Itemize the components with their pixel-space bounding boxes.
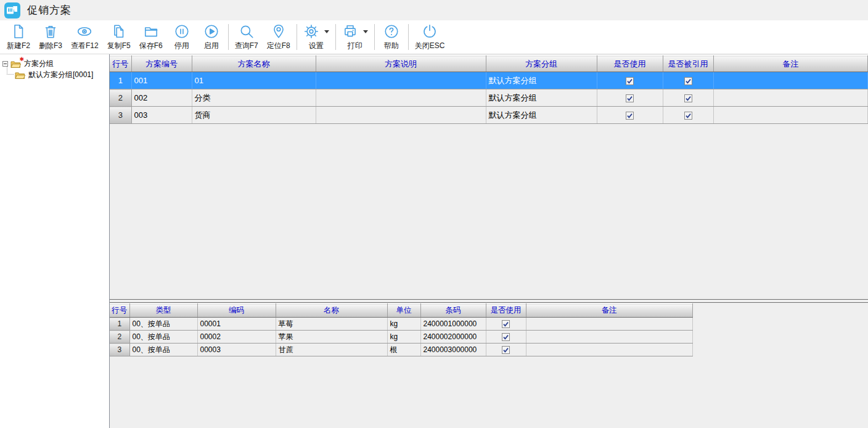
column-header[interactable]: 类型	[129, 304, 197, 318]
unit-cell[interactable]: 根	[387, 344, 420, 356]
tree-node-default-group[interactable]: 默认方案分组[0001]	[0, 70, 109, 80]
column-header[interactable]: 方案名称	[192, 56, 316, 72]
table-row[interactable]: 200、按单品00002苹果kg2400002000000	[110, 331, 693, 344]
table-row[interactable]: 3003货商默认方案分组	[110, 107, 868, 124]
column-header[interactable]: 名称	[276, 304, 387, 318]
locate-button[interactable]: 定位F8	[263, 20, 295, 54]
plan-name-cell[interactable]: 货商	[192, 107, 316, 124]
column-header[interactable]: 方案说明	[316, 56, 486, 72]
row-no-cell[interactable]: 1	[110, 72, 131, 89]
checkbox-checked-icon[interactable]	[626, 94, 634, 102]
in-use-checkbox-cell[interactable]	[486, 344, 526, 356]
in-use-checkbox-cell[interactable]	[486, 331, 526, 344]
plan-desc-cell[interactable]	[316, 72, 486, 89]
query-button[interactable]: 查询F7	[231, 20, 263, 54]
column-header[interactable]: 方案编号	[131, 56, 192, 72]
barcode-cell[interactable]: 2400002000000	[420, 331, 486, 344]
plan-no-cell[interactable]: 002	[131, 89, 192, 107]
remark-cell[interactable]	[713, 89, 868, 107]
name-cell[interactable]: 草莓	[276, 318, 387, 331]
plan-name-cell[interactable]: 01	[192, 72, 316, 89]
remark-cell[interactable]	[526, 331, 693, 344]
in-use-checkbox-cell[interactable]	[486, 318, 526, 331]
row-no-cell[interactable]: 2	[110, 331, 129, 344]
referenced-checkbox-cell[interactable]	[663, 89, 713, 107]
column-header[interactable]: 行号	[110, 304, 129, 318]
column-header[interactable]: 备注	[713, 56, 868, 72]
plan-desc-cell[interactable]	[316, 89, 486, 107]
enable-button[interactable]: 启用	[197, 20, 226, 54]
referenced-checkbox-cell[interactable]	[663, 72, 713, 89]
code-cell[interactable]: 00003	[197, 344, 276, 356]
in-use-checkbox-cell[interactable]	[597, 89, 663, 107]
unit-cell[interactable]: kg	[387, 318, 420, 331]
checkbox-checked-icon[interactable]	[502, 333, 510, 341]
column-header[interactable]: 是否使用	[597, 56, 663, 72]
close-button[interactable]: 关闭ESC	[411, 20, 449, 54]
name-cell[interactable]: 甘蔗	[276, 344, 387, 356]
unit-cell[interactable]: kg	[387, 331, 420, 344]
print-button[interactable]: 打印	[338, 20, 372, 54]
type-cell[interactable]: 00、按单品	[129, 318, 197, 331]
column-header[interactable]: 编码	[197, 304, 276, 318]
plan-name-cell[interactable]: 分类	[192, 89, 316, 107]
plan-no-cell[interactable]: 003	[131, 107, 192, 124]
remark-cell[interactable]	[713, 72, 868, 89]
code-cell[interactable]: 00002	[197, 331, 276, 344]
save-button[interactable]: 保存F6	[135, 20, 167, 54]
column-header[interactable]: 备注	[526, 304, 693, 318]
row-no-cell[interactable]: 3	[110, 107, 131, 124]
remark-cell[interactable]	[526, 344, 693, 356]
settings-button[interactable]: 设置	[299, 20, 334, 54]
plan-desc-cell[interactable]	[316, 107, 486, 124]
checkbox-checked-icon[interactable]	[626, 77, 634, 85]
remark-cell[interactable]	[713, 107, 868, 124]
toolbar: 新建F2 删除F3 查看F12 复制F5	[0, 20, 868, 54]
power-icon	[422, 23, 438, 39]
column-header[interactable]: 是否被引用	[663, 56, 713, 72]
checkbox-checked-icon[interactable]	[626, 112, 634, 120]
table-row[interactable]: 100、按单品00001草莓kg2400001000000	[110, 318, 693, 331]
column-header[interactable]: 条码	[420, 304, 486, 318]
disable-button[interactable]: 停用	[167, 20, 197, 54]
referenced-checkbox-cell[interactable]	[663, 107, 713, 124]
plan-group-cell[interactable]: 默认方案分组	[486, 107, 597, 124]
barcode-cell[interactable]: 2400001000000	[420, 318, 486, 331]
plan-group-cell[interactable]: 默认方案分组	[486, 89, 597, 107]
column-header[interactable]: 方案分组	[486, 56, 597, 72]
table-row[interactable]: 2002分类默认方案分组	[110, 89, 868, 107]
checkbox-checked-icon[interactable]	[684, 112, 692, 120]
column-header[interactable]: 是否使用	[486, 304, 526, 318]
column-header[interactable]: 行号	[110, 56, 131, 72]
name-cell[interactable]: 苹果	[276, 331, 387, 344]
checkbox-checked-icon[interactable]	[502, 346, 510, 354]
row-no-cell[interactable]: 1	[110, 318, 129, 331]
help-button[interactable]: 帮助	[377, 20, 406, 54]
row-no-cell[interactable]: 3	[110, 344, 129, 356]
table-row[interactable]: 100101默认方案分组	[110, 72, 868, 89]
toolbar-separator	[297, 24, 297, 50]
table-row[interactable]: 300、按单品00003甘蔗根2400003000000	[110, 344, 693, 356]
checkbox-checked-icon[interactable]	[684, 94, 692, 102]
barcode-cell[interactable]: 2400003000000	[420, 344, 486, 356]
in-use-checkbox-cell[interactable]	[597, 72, 663, 89]
chevron-down-icon[interactable]	[324, 30, 329, 33]
type-cell[interactable]: 00、按单品	[129, 331, 197, 344]
chevron-down-icon[interactable]	[363, 30, 368, 33]
column-header[interactable]: 单位	[387, 304, 420, 318]
checkbox-checked-icon[interactable]	[684, 77, 692, 85]
collapse-icon[interactable]	[2, 61, 8, 67]
new-button[interactable]: 新建F2	[2, 20, 35, 54]
code-cell[interactable]: 00001	[197, 318, 276, 331]
row-no-cell[interactable]: 2	[110, 89, 131, 107]
in-use-checkbox-cell[interactable]	[597, 107, 663, 124]
plan-group-cell[interactable]: 默认方案分组	[486, 72, 597, 89]
view-button[interactable]: 查看F12	[67, 20, 103, 54]
checkbox-checked-icon[interactable]	[502, 320, 510, 328]
plan-no-cell[interactable]: 001	[131, 72, 192, 89]
type-cell[interactable]: 00、按单品	[129, 344, 197, 356]
remark-cell[interactable]	[526, 318, 693, 331]
delete-button[interactable]: 删除F3	[35, 20, 67, 54]
tree-node-root[interactable]: 方案分组	[0, 59, 109, 69]
copy-button[interactable]: 复制F5	[103, 20, 135, 54]
